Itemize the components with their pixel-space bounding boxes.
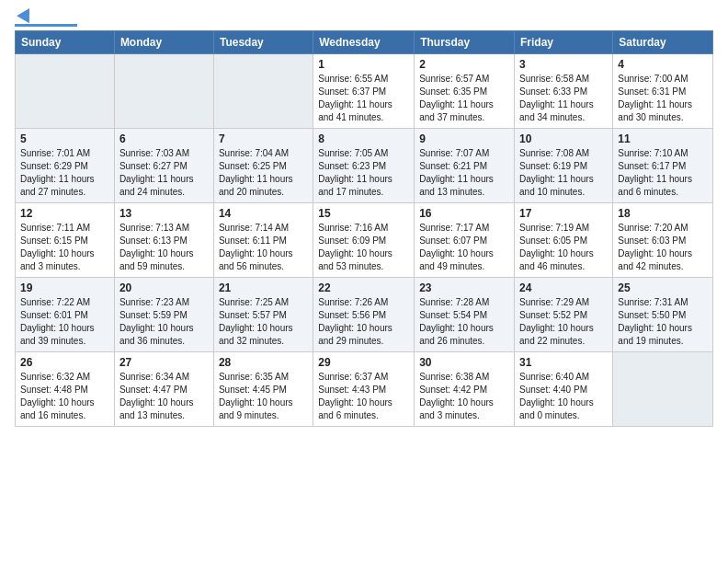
cell-content: Sunrise: 6:32 AM Sunset: 4:48 PM Dayligh… (20, 371, 109, 422)
cell-content: Sunrise: 7:05 AM Sunset: 6:23 PM Dayligh… (318, 147, 409, 199)
sunrise-label: Sunrise: 6:57 AM (419, 74, 489, 84)
sunset-label: Sunset: 5:57 PM (219, 310, 287, 320)
cell-content: Sunrise: 7:10 AM Sunset: 6:17 PM Dayligh… (618, 147, 708, 199)
day-number: 9 (419, 132, 509, 145)
table-row: 26 Sunrise: 6:32 AM Sunset: 4:48 PM Dayl… (16, 351, 115, 426)
day-number: 31 (519, 356, 608, 369)
daylight-label: Daylight: 11 hours and 27 minutes. (20, 174, 95, 197)
table-row: 9 Sunrise: 7:07 AM Sunset: 6:21 PM Dayli… (415, 128, 515, 202)
calendar-table: Sunday Monday Tuesday Wednesday Thursday… (15, 30, 713, 427)
daylight-label: Daylight: 10 hours and 0 minutes. (519, 397, 594, 420)
sunset-label: Sunset: 4:45 PM (219, 385, 287, 395)
daylight-label: Daylight: 10 hours and 39 minutes. (20, 323, 95, 346)
table-row: 3 Sunrise: 6:58 AM Sunset: 6:33 PM Dayli… (515, 53, 613, 128)
sunrise-label: Sunrise: 7:29 AM (519, 297, 589, 307)
cell-content: Sunrise: 7:16 AM Sunset: 6:09 PM Dayligh… (318, 222, 409, 273)
col-sunday: Sunday (16, 30, 115, 53)
col-tuesday: Tuesday (213, 30, 313, 53)
table-row: 23 Sunrise: 7:28 AM Sunset: 5:54 PM Dayl… (415, 277, 515, 351)
sunset-label: Sunset: 6:03 PM (618, 236, 686, 246)
cell-content: Sunrise: 7:13 AM Sunset: 6:13 PM Dayligh… (119, 222, 209, 273)
daylight-label: Daylight: 11 hours and 37 minutes. (419, 99, 494, 122)
table-row (613, 351, 713, 426)
daylight-label: Daylight: 11 hours and 10 minutes. (519, 174, 594, 197)
sunset-label: Sunset: 6:05 PM (519, 236, 587, 246)
sunrise-label: Sunrise: 7:07 AM (419, 148, 489, 158)
day-number: 6 (119, 132, 209, 145)
table-row: 17 Sunrise: 7:19 AM Sunset: 6:05 PM Dayl… (515, 202, 613, 277)
cell-content: Sunrise: 6:40 AM Sunset: 4:40 PM Dayligh… (519, 371, 608, 422)
day-number: 5 (20, 132, 109, 145)
cell-content: Sunrise: 6:34 AM Sunset: 4:47 PM Dayligh… (119, 371, 209, 422)
sunrise-label: Sunrise: 7:23 AM (119, 297, 189, 307)
table-row (114, 53, 213, 128)
table-row: 22 Sunrise: 7:26 AM Sunset: 5:56 PM Dayl… (313, 277, 415, 351)
cell-content: Sunrise: 7:29 AM Sunset: 5:52 PM Dayligh… (519, 296, 608, 348)
sunset-label: Sunset: 4:47 PM (119, 385, 188, 395)
daylight-label: Daylight: 11 hours and 6 minutes. (618, 174, 692, 197)
table-row: 8 Sunrise: 7:05 AM Sunset: 6:23 PM Dayli… (313, 128, 415, 202)
day-number: 25 (618, 282, 708, 294)
sunrise-label: Sunrise: 6:34 AM (119, 372, 189, 382)
sunset-label: Sunset: 6:35 PM (419, 86, 487, 97)
cell-content: Sunrise: 7:08 AM Sunset: 6:19 PM Dayligh… (519, 147, 608, 199)
daylight-label: Daylight: 10 hours and 49 minutes. (419, 248, 494, 271)
calendar-week-row: 1 Sunrise: 6:55 AM Sunset: 6:37 PM Dayli… (16, 53, 713, 128)
calendar-week-row: 19 Sunrise: 7:22 AM Sunset: 6:01 PM Dayl… (16, 277, 713, 351)
daylight-label: Daylight: 11 hours and 24 minutes. (119, 174, 194, 197)
day-number: 12 (20, 207, 109, 220)
daylight-label: Daylight: 11 hours and 17 minutes. (318, 174, 392, 197)
sunrise-label: Sunrise: 7:03 AM (119, 148, 189, 158)
day-number: 22 (318, 282, 409, 294)
day-number: 11 (618, 132, 708, 145)
day-number: 1 (318, 58, 409, 71)
sunrise-label: Sunrise: 7:01 AM (20, 148, 90, 158)
calendar-week-row: 5 Sunrise: 7:01 AM Sunset: 6:29 PM Dayli… (16, 128, 713, 202)
day-number: 26 (20, 356, 109, 369)
sunrise-label: Sunrise: 6:38 AM (419, 372, 489, 382)
table-row (16, 53, 115, 128)
sunrise-label: Sunrise: 7:14 AM (219, 223, 289, 233)
sunrise-label: Sunrise: 6:35 AM (219, 372, 289, 382)
table-row: 14 Sunrise: 7:14 AM Sunset: 6:11 PM Dayl… (213, 202, 313, 277)
day-number: 30 (419, 356, 509, 369)
table-row: 21 Sunrise: 7:25 AM Sunset: 5:57 PM Dayl… (213, 277, 313, 351)
day-number: 19 (20, 282, 109, 294)
day-number: 16 (419, 207, 509, 220)
calendar-week-row: 12 Sunrise: 7:11 AM Sunset: 6:15 PM Dayl… (16, 202, 713, 277)
sunrise-label: Sunrise: 7:20 AM (618, 223, 688, 233)
sunrise-label: Sunrise: 7:11 AM (20, 223, 90, 233)
sunset-label: Sunset: 6:11 PM (219, 236, 287, 246)
day-number: 23 (419, 282, 509, 294)
sunset-label: Sunset: 6:19 PM (519, 161, 587, 171)
sunset-label: Sunset: 5:59 PM (119, 310, 188, 320)
sunrise-label: Sunrise: 6:55 AM (318, 74, 388, 84)
day-number: 4 (618, 58, 708, 71)
table-row: 20 Sunrise: 7:23 AM Sunset: 5:59 PM Dayl… (114, 277, 213, 351)
logo (15, 9, 77, 27)
sunset-label: Sunset: 6:33 PM (519, 86, 587, 97)
day-number: 21 (219, 282, 308, 294)
sunrise-label: Sunrise: 7:00 AM (618, 74, 688, 84)
daylight-label: Daylight: 10 hours and 56 minutes. (219, 248, 293, 271)
calendar-week-row: 26 Sunrise: 6:32 AM Sunset: 4:48 PM Dayl… (16, 351, 713, 426)
sunrise-label: Sunrise: 6:32 AM (20, 372, 90, 382)
daylight-label: Daylight: 10 hours and 26 minutes. (419, 323, 494, 346)
sunrise-label: Sunrise: 7:22 AM (20, 297, 90, 307)
table-row: 1 Sunrise: 6:55 AM Sunset: 6:37 PM Dayli… (313, 53, 415, 128)
sunset-label: Sunset: 4:40 PM (519, 385, 587, 395)
cell-content: Sunrise: 6:57 AM Sunset: 6:35 PM Dayligh… (419, 73, 509, 124)
sunset-label: Sunset: 6:13 PM (119, 236, 188, 246)
cell-content: Sunrise: 7:28 AM Sunset: 5:54 PM Dayligh… (419, 296, 509, 348)
table-row: 13 Sunrise: 7:13 AM Sunset: 6:13 PM Dayl… (114, 202, 213, 277)
cell-content: Sunrise: 7:20 AM Sunset: 6:03 PM Dayligh… (618, 222, 708, 273)
svg-marker-0 (17, 6, 35, 23)
sunset-label: Sunset: 4:42 PM (419, 385, 487, 395)
sunset-label: Sunset: 6:37 PM (318, 86, 386, 97)
table-row: 31 Sunrise: 6:40 AM Sunset: 4:40 PM Dayl… (515, 351, 613, 426)
cell-content: Sunrise: 7:00 AM Sunset: 6:31 PM Dayligh… (618, 73, 708, 124)
sunset-label: Sunset: 4:48 PM (20, 385, 88, 395)
cell-content: Sunrise: 6:37 AM Sunset: 4:43 PM Dayligh… (318, 371, 409, 422)
sunrise-label: Sunrise: 7:13 AM (119, 223, 189, 233)
cell-content: Sunrise: 7:26 AM Sunset: 5:56 PM Dayligh… (318, 296, 409, 348)
